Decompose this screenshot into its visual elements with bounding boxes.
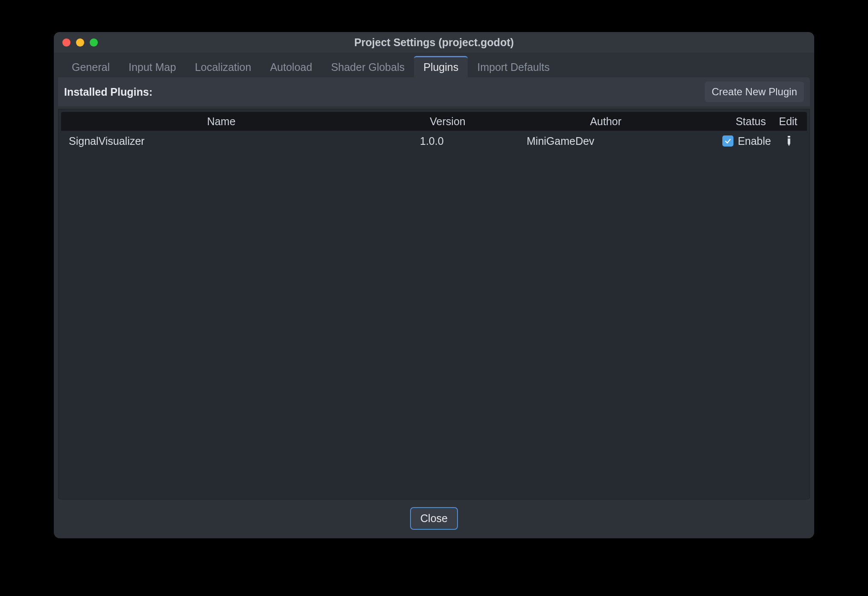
- table-row: SignalVisualizer 1.0.0 MiniGameDev Enabl…: [61, 131, 807, 151]
- tab-import-defaults[interactable]: Import Defaults: [468, 56, 559, 77]
- plugin-status: Enable: [698, 135, 774, 147]
- table-empty-area: [59, 151, 809, 499]
- header-edit: Edit: [774, 115, 807, 128]
- window-title: Project Settings (project.godot): [354, 36, 514, 49]
- enable-checkbox[interactable]: [722, 135, 733, 147]
- tabs-bar: General Input Map Localization Autoload …: [58, 56, 810, 77]
- enable-label: Enable: [738, 135, 771, 147]
- create-new-plugin-button[interactable]: Create New Plugin: [705, 82, 804, 102]
- footer: Close: [58, 499, 810, 534]
- plugin-name: SignalVisualizer: [61, 135, 381, 147]
- plugin-version: 1.0.0: [381, 135, 514, 147]
- window-body: General Input Map Localization Autoload …: [54, 53, 814, 538]
- table-header-row: Name Version Author Status Edit: [61, 112, 807, 131]
- plugins-table: Name Version Author Status Edit SignalVi…: [58, 109, 810, 499]
- project-settings-window: Project Settings (project.godot) General…: [54, 32, 814, 538]
- tab-localization[interactable]: Localization: [185, 56, 261, 77]
- pencil-icon: [786, 136, 792, 146]
- tab-autoload[interactable]: Autoload: [261, 56, 322, 77]
- title-bar: Project Settings (project.godot): [54, 32, 814, 53]
- header-name: Name: [61, 115, 381, 128]
- tab-shader-globals[interactable]: Shader Globals: [322, 56, 414, 77]
- header-status: Status: [698, 115, 774, 128]
- close-button[interactable]: Close: [410, 507, 458, 530]
- header-version: Version: [381, 115, 514, 128]
- window-close-button[interactable]: [62, 38, 70, 47]
- plugin-edit-cell: [774, 135, 807, 147]
- check-icon: [724, 137, 732, 145]
- section-title: Installed Plugins:: [64, 86, 152, 98]
- svg-rect-1: [788, 138, 790, 144]
- window-minimize-button[interactable]: [76, 38, 84, 47]
- tab-general[interactable]: General: [62, 56, 119, 77]
- svg-marker-2: [788, 144, 790, 146]
- plugin-author: MiniGameDev: [514, 135, 698, 147]
- header-author: Author: [514, 115, 698, 128]
- svg-rect-0: [788, 136, 790, 138]
- edit-plugin-button[interactable]: [784, 135, 794, 147]
- window-controls: [62, 38, 98, 47]
- window-maximize-button[interactable]: [90, 38, 98, 47]
- tab-input-map[interactable]: Input Map: [119, 56, 185, 77]
- tab-plugins[interactable]: Plugins: [414, 56, 468, 77]
- section-header: Installed Plugins: Create New Plugin: [58, 77, 810, 106]
